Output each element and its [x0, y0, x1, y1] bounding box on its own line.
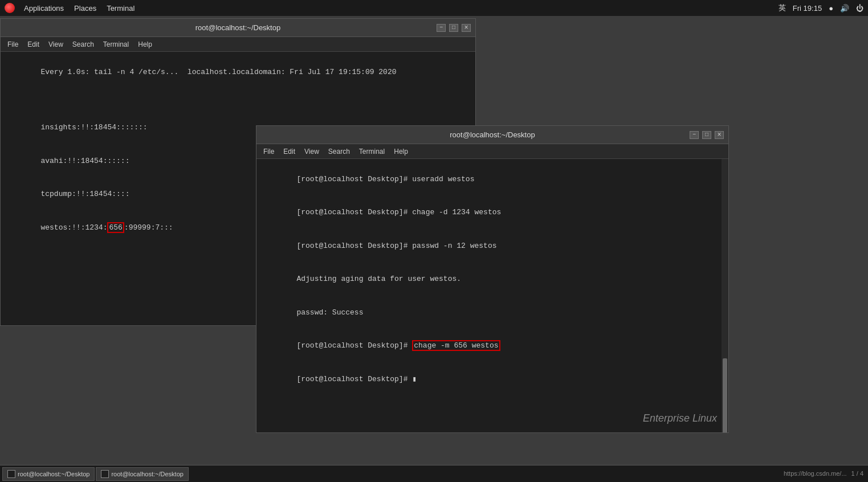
menu-terminal[interactable]: Terminal — [102, 3, 139, 14]
taskbar-item-2-icon — [101, 470, 109, 478]
network-icon: ● — [829, 4, 833, 13]
t1-line4: avahi:!!:18454:::::: — [40, 157, 129, 165]
terminal-2-body: [root@localhost Desktop]# useradd westos… — [256, 159, 728, 432]
clock: Fri 19:15 — [793, 4, 822, 13]
t1-line1: Every 1.0s: tail -n 4 /etc/s... localhos… — [40, 68, 396, 76]
desktop: root@localhost:~/Desktop − □ × File Edit… — [0, 16, 868, 465]
terminal-window-2: root@localhost:~/Desktop − □ × File Edit… — [256, 125, 729, 433]
volume-icon[interactable]: 🔊 — [840, 4, 849, 13]
taskbar-item-2-label: root@localhost:~/Desktop — [111, 471, 183, 477]
minimize-button-1[interactable]: − — [437, 24, 446, 32]
status-bar-right: https://blog.csdn.me/... 1 / 4 — [779, 465, 868, 482]
terminal-1-title: root@localhost:~/Desktop — [39, 23, 437, 32]
maximize-button-1[interactable]: □ — [449, 24, 458, 32]
t1-menu-view[interactable]: View — [44, 39, 68, 50]
app-logo-icon — [5, 3, 15, 13]
terminal-2-controls: − □ × — [690, 131, 724, 139]
minimize-button-2[interactable]: − — [690, 131, 699, 139]
taskbar-item-1-label: root@localhost:~/Desktop — [18, 471, 89, 477]
t1-menu-terminal[interactable]: Terminal — [99, 39, 133, 50]
t1-line5: tcpdump:!!:18454:::: — [40, 190, 129, 198]
t2-line7: [root@localhost Desktop]# — [296, 375, 407, 383]
t1-menu-search[interactable]: Search — [68, 39, 99, 50]
scrollbar-thumb[interactable] — [723, 358, 727, 432]
terminal-1-menubar: File Edit View Search Terminal Help — [1, 37, 475, 52]
t1-menu-edit[interactable]: Edit — [23, 39, 44, 50]
taskbar: root@localhost:~/Desktop root@localhost:… — [0, 465, 868, 482]
t2-menu-view[interactable]: View — [300, 146, 324, 157]
system-bar-right: 英 Fri 19:15 ● 🔊 ⏻ — [779, 3, 863, 13]
terminal-1-titlebar: root@localhost:~/Desktop − □ × — [1, 19, 475, 37]
menu-places[interactable]: Places — [70, 3, 101, 14]
enterprise-linux-watermark: Enterprise Linux — [643, 412, 717, 424]
t2-line5: passwd: Success — [296, 308, 363, 317]
t2-line4: Adjusting aging data for user westos. — [296, 275, 461, 283]
status-url: https://blog.csdn.me/... — [784, 470, 847, 477]
t1-line6-post: :99999:7::: — [124, 223, 173, 232]
t2-highlight-chage: chage -m 656 westos — [412, 340, 500, 351]
t2-menu-terminal[interactable]: Terminal — [354, 146, 389, 157]
maximize-button-2[interactable]: □ — [702, 131, 711, 139]
t1-menu-help[interactable]: Help — [133, 39, 157, 50]
t2-line1: [root@localhost Desktop]# useradd westos — [296, 175, 474, 183]
status-page: 1 / 4 — [851, 470, 863, 477]
t2-line3: [root@localhost Desktop]# passwd -n 12 w… — [296, 242, 496, 250]
t2-menu-edit[interactable]: Edit — [279, 146, 300, 157]
t2-line6-prompt: [root@localhost Desktop]# — [296, 341, 412, 350]
t2-menu-search[interactable]: Search — [324, 146, 354, 157]
close-button-1[interactable]: × — [462, 24, 471, 32]
scrollbar[interactable] — [722, 159, 728, 432]
menu-applications[interactable]: Applications — [19, 3, 68, 14]
terminal-2-title: root@localhost:~/Desktop — [295, 130, 690, 139]
system-bar-left: Applications Places Terminal — [5, 3, 139, 14]
terminal-2-titlebar: root@localhost:~/Desktop − □ × — [256, 126, 728, 144]
taskbar-item-1[interactable]: root@localhost:~/Desktop — [2, 467, 95, 481]
power-icon[interactable]: ⏻ — [856, 4, 863, 13]
taskbar-item-1-icon — [7, 470, 15, 478]
t1-line6-pre: westos:!!:1234: — [40, 223, 107, 232]
terminal-2-menubar: File Edit View Search Terminal Help — [256, 144, 728, 159]
language-indicator: 英 — [779, 3, 786, 13]
t1-highlight-656: 656 — [107, 222, 124, 233]
system-bar: Applications Places Terminal 英 Fri 19:15… — [0, 0, 868, 16]
close-button-2[interactable]: × — [715, 131, 724, 139]
t2-line2: [root@localhost Desktop]# chage -d 1234 … — [296, 208, 501, 217]
terminal-1-controls: − □ × — [437, 24, 471, 32]
t2-menu-help[interactable]: Help — [389, 146, 413, 157]
system-bar-menu: Applications Places Terminal — [19, 3, 139, 14]
t1-line3: insights:!!:18454::::::: — [40, 123, 147, 132]
t2-menu-file[interactable]: File — [259, 146, 279, 157]
taskbar-item-2[interactable]: root@localhost:~/Desktop — [96, 467, 188, 481]
t1-menu-file[interactable]: File — [3, 39, 23, 50]
terminal-2-content: [root@localhost Desktop]# useradd westos… — [261, 162, 724, 396]
